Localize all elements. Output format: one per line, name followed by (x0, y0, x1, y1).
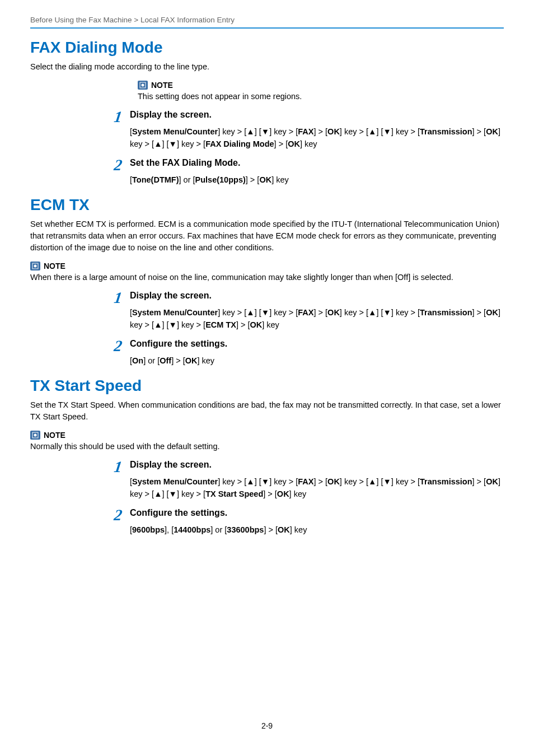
section: FAX Dialing ModeSelect the dialing mode … (30, 39, 504, 186)
step-title: Set the FAX Dialing Mode. (130, 157, 504, 169)
note-label: NOTE (151, 81, 173, 90)
step-text: [Tone(DTMF)] or [Pulse(10pps)] > [OK] ke… (130, 174, 504, 186)
step-title: Configure the settings. (130, 507, 504, 519)
svg-point-1 (142, 84, 144, 87)
step-title: Display the screen. (130, 290, 504, 302)
step-text: [System Menu/Counter] key > [▲] [▼] key … (130, 306, 504, 332)
note-icon (138, 81, 148, 90)
step-row: 1Display the screen.[System Menu/Counter… (30, 290, 504, 332)
note-text: Normally this should be used with the de… (30, 441, 504, 452)
step-row: 2Configure the settings.[On] or [Off] > … (30, 338, 504, 367)
step-number: 1 (113, 290, 123, 306)
note-text: This setting does not appear in some reg… (138, 91, 504, 102)
note-icon (30, 262, 40, 270)
step-number: 2 (113, 338, 123, 354)
step-number: 2 (113, 507, 123, 523)
section: ECM TXSet whether ECM TX is performed. E… (30, 196, 504, 367)
step-number: 2 (113, 157, 123, 173)
section-title: FAX Dialing Mode (30, 39, 504, 57)
step-body: Display the screen.[System Menu/Counter]… (130, 459, 504, 501)
note-label: NOTE (44, 431, 65, 440)
section-title: ECM TX (30, 196, 504, 214)
step-number: 1 (113, 459, 123, 475)
page-number: 2-9 (0, 721, 534, 730)
step-body: Configure the settings.[9600bps], [14400… (130, 507, 504, 536)
step-row: 1Display the screen.[System Menu/Counter… (30, 459, 504, 501)
note-icon (30, 431, 40, 440)
step-title: Display the screen. (130, 109, 504, 121)
step-number-col: 2 (30, 507, 130, 523)
note-heading: NOTE (30, 431, 504, 440)
step-number-col: 2 (30, 157, 130, 173)
step-number-col: 1 (30, 459, 130, 475)
step-number-col: 1 (30, 290, 130, 306)
step-body: Configure the settings.[On] or [Off] > [… (130, 338, 504, 367)
step-title: Display the screen. (130, 459, 504, 471)
note-heading: NOTE (138, 81, 504, 90)
note-block: NOTENormally this should be used with th… (30, 431, 504, 452)
step-row: 1Display the screen.[System Menu/Counter… (30, 109, 504, 151)
step-text: [System Menu/Counter] key > [▲] [▼] key … (130, 475, 504, 501)
step-number-col: 2 (30, 338, 130, 354)
step-row: 2Configure the settings.[9600bps], [1440… (30, 507, 504, 536)
step-row: 2Set the FAX Dialing Mode.[Tone(DTMF)] o… (30, 157, 504, 186)
step-body: Display the screen.[System Menu/Counter]… (130, 109, 504, 151)
step-title: Configure the settings. (130, 338, 504, 350)
step-number: 1 (113, 109, 123, 125)
note-text: When there is a large amount of noise on… (30, 272, 504, 283)
note-block: NOTEWhen there is a large amount of nois… (30, 262, 504, 283)
section: TX Start SpeedSet the TX Start Speed. Wh… (30, 377, 504, 536)
step-text: [9600bps], [14400bps] or [33600bps] > [O… (130, 524, 504, 536)
breadcrumb: Before Using the Fax Machine > Local FAX… (30, 16, 504, 24)
section-title: TX Start Speed (30, 377, 504, 395)
note-label: NOTE (44, 262, 65, 270)
step-number-col: 1 (30, 109, 130, 125)
note-heading: NOTE (30, 262, 504, 270)
step-text: [On] or [Off] > [OK] key (130, 354, 504, 367)
svg-point-3 (34, 265, 37, 268)
step-body: Display the screen.[System Menu/Counter]… (130, 290, 504, 332)
section-intro: Set whether ECM TX is performed. ECM is … (30, 218, 504, 254)
note-block: NOTEThis setting does not appear in some… (138, 81, 504, 102)
header-rule (30, 27, 504, 29)
section-intro: Set the TX Start Speed. When communicati… (30, 399, 504, 423)
svg-point-5 (34, 434, 37, 437)
step-text: [System Menu/Counter] key > [▲] [▼] key … (130, 125, 504, 151)
step-body: Set the FAX Dialing Mode.[Tone(DTMF)] or… (130, 157, 504, 186)
document-page: Before Using the Fax Machine > Local FAX… (0, 0, 534, 756)
section-intro: Select the dialing mode according to the… (30, 61, 504, 73)
